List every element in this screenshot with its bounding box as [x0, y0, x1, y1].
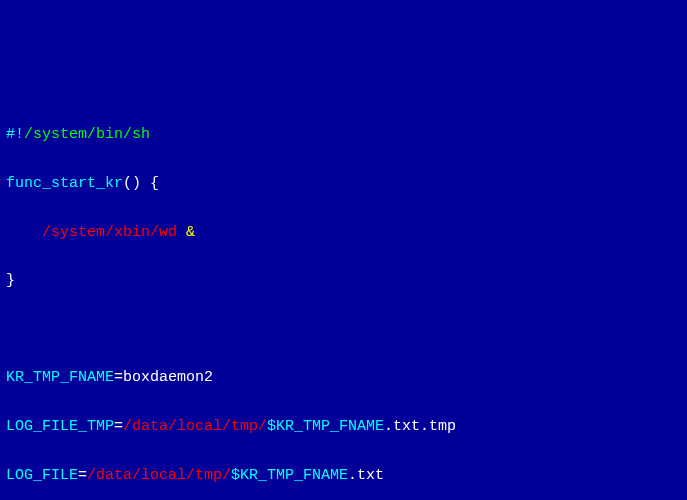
code-line: [6, 318, 681, 342]
code-block: #!/system/bin/sh func_start_kr() { /syst…: [6, 99, 681, 500]
func-decl: () {: [123, 175, 159, 192]
path-suffix: .txt.tmp: [384, 418, 456, 435]
var-name: KR_TMP_FNAME: [6, 369, 114, 386]
path-literal: /data/local/tmp/: [123, 418, 267, 435]
var-name: LOG_FILE_TMP: [6, 418, 114, 435]
indent: [6, 224, 42, 241]
var-assign: =boxdaemon2: [114, 369, 213, 386]
blank-line: [6, 321, 15, 338]
background-op: &: [186, 224, 195, 241]
code-line: /system/xbin/wd &: [6, 221, 681, 245]
shebang-marker: #!: [6, 126, 24, 143]
code-line: KR_TMP_FNAME=boxdaemon2: [6, 366, 681, 390]
command-path: /system/xbin/wd: [42, 224, 186, 241]
func-name: func_start_kr: [6, 175, 123, 192]
path-suffix: .txt: [348, 467, 384, 484]
code-line: LOG_FILE=/data/local/tmp/$KR_TMP_FNAME.t…: [6, 464, 681, 488]
shebang-path: /system/bin/sh: [24, 126, 150, 143]
var-ref: $KR_TMP_FNAME: [231, 467, 348, 484]
var-name: LOG_FILE: [6, 467, 78, 484]
path-literal: /data/local/tmp/: [87, 467, 231, 484]
code-line: }: [6, 269, 681, 293]
code-line: func_start_kr() {: [6, 172, 681, 196]
code-line: LOG_FILE_TMP=/data/local/tmp/$KR_TMP_FNA…: [6, 415, 681, 439]
equals: =: [78, 467, 87, 484]
code-line: #!/system/bin/sh: [6, 123, 681, 147]
var-ref: $KR_TMP_FNAME: [267, 418, 384, 435]
equals: =: [114, 418, 123, 435]
brace-close: }: [6, 272, 15, 289]
